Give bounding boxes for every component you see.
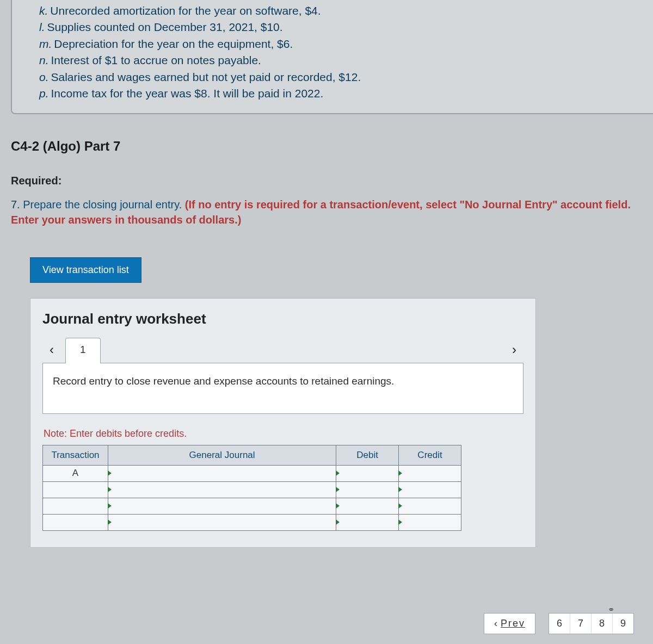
dropdown-indicator-icon <box>336 487 340 492</box>
context-item-l: l.Supplies counted on December 31, 2021,… <box>39 19 642 35</box>
page-number-group: ⚭ 6 7 8 9 <box>549 613 634 634</box>
prev-page-button[interactable]: ‹Prev <box>484 613 535 634</box>
cell-debit[interactable] <box>336 481 399 498</box>
header-general-journal: General Journal <box>108 445 336 465</box>
page-9[interactable]: 9 <box>613 614 633 634</box>
problem-context-box: k.Unrecorded amortization for the year o… <box>11 0 653 114</box>
dropdown-indicator-icon <box>336 503 340 509</box>
prev-label: Prev <box>501 618 525 629</box>
cell-transaction <box>43 481 108 498</box>
header-debit: Debit <box>336 445 399 465</box>
cell-credit[interactable] <box>399 514 461 530</box>
page-7[interactable]: 7 <box>570 614 592 634</box>
context-item-k: k.Unrecorded amortization for the year o… <box>39 3 642 19</box>
required-label: Required: <box>11 175 653 187</box>
cell-general-journal[interactable] <box>108 498 336 514</box>
header-credit: Credit <box>399 445 461 465</box>
context-item-n: n.Interest of $1 to accrue on notes paya… <box>39 52 642 69</box>
dropdown-indicator-icon <box>108 470 112 476</box>
dropdown-indicator-icon <box>336 470 340 476</box>
chevron-left-icon: ‹ <box>50 342 54 357</box>
cell-credit[interactable] <box>399 465 461 481</box>
chevron-left-icon: ‹ <box>494 618 497 629</box>
debits-before-credits-note: Note: Enter debits before credits. <box>44 428 523 439</box>
journal-entry-worksheet: Journal entry worksheet ‹ 1 › Record ent… <box>30 298 536 548</box>
link-icon: ⚭ <box>608 605 615 615</box>
page-6[interactable]: 6 <box>549 614 570 634</box>
entry-tab-row: ‹ 1 › <box>42 337 523 363</box>
table-row <box>43 514 461 530</box>
dropdown-indicator-icon <box>398 519 402 525</box>
entry-description: Record entry to close revenue and expens… <box>42 363 523 414</box>
page-8[interactable]: 8 <box>592 614 613 634</box>
dropdown-indicator-icon <box>398 470 402 476</box>
cell-general-journal[interactable] <box>108 481 336 498</box>
dropdown-indicator-icon <box>108 503 112 509</box>
cell-transaction <box>43 498 108 514</box>
cell-general-journal[interactable] <box>108 465 336 481</box>
table-row: A <box>43 465 461 481</box>
entry-tab-1[interactable]: 1 <box>65 338 101 363</box>
context-item-o: o.Salaries and wages earned but not yet … <box>39 69 642 85</box>
context-item-p: p.Income tax for the year was $8. It wil… <box>39 85 642 102</box>
worksheet-title: Journal entry worksheet <box>42 311 523 327</box>
cell-general-journal[interactable] <box>108 514 336 530</box>
cell-transaction: A <box>43 465 108 481</box>
view-transaction-list-button[interactable]: View transaction list <box>30 257 141 283</box>
table-row <box>43 481 461 498</box>
cell-credit[interactable] <box>399 498 461 514</box>
cell-transaction <box>43 514 108 530</box>
journal-table: Transaction General Journal Debit Credit… <box>42 445 461 531</box>
cell-debit[interactable] <box>336 514 399 530</box>
dropdown-indicator-icon <box>398 487 402 492</box>
cell-debit[interactable] <box>336 465 399 481</box>
instruction-text: 7. Prepare the closing journal entry. (I… <box>11 197 642 227</box>
dropdown-indicator-icon <box>108 519 112 525</box>
dropdown-indicator-icon <box>398 503 402 509</box>
cell-credit[interactable] <box>399 481 461 498</box>
context-item-m: m.Depreciation for the year on the equip… <box>39 36 642 52</box>
dropdown-indicator-icon <box>108 487 112 492</box>
next-entry-button[interactable]: › <box>505 339 523 361</box>
pagination-bar: ‹Prev ⚭ 6 7 8 9 <box>484 613 634 634</box>
cell-debit[interactable] <box>336 498 399 514</box>
table-header-row: Transaction General Journal Debit Credit <box>43 445 461 465</box>
chevron-right-icon: › <box>512 342 516 357</box>
prev-entry-button[interactable]: ‹ <box>42 339 61 361</box>
dropdown-indicator-icon <box>336 519 340 525</box>
table-row <box>43 498 461 514</box>
header-transaction: Transaction <box>43 445 108 465</box>
section-title: C4-2 (Algo) Part 7 <box>11 139 653 154</box>
